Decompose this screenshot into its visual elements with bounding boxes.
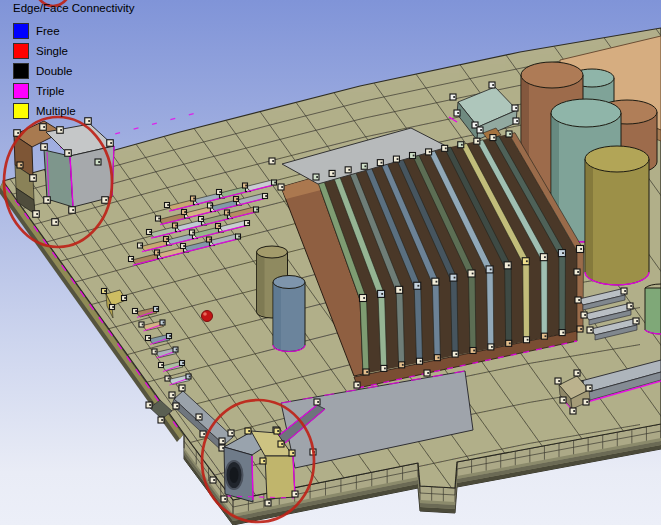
legend-items: FreeSingleDoubleTripleMultiple [13,21,134,121]
legend-item-double: Double [13,61,134,81]
legend-label: Multiple [36,105,76,117]
legend-item-multiple: Multiple [13,101,134,121]
legend-swatch-triple [13,83,29,99]
legend-swatch-double [13,63,29,79]
cylinder-blue-small [273,276,305,352]
legend: Edge/Face Connectivity FreeSingleDoubleT… [13,2,134,121]
legend-swatch-free [13,23,29,39]
legend-label: Double [36,65,72,77]
legend-item-free: Free [13,21,134,41]
legend-label: Free [36,25,60,37]
legend-item-single: Single [13,41,134,61]
legend-title: Edge/Face Connectivity [13,2,134,14]
legend-item-triple: Triple [13,81,134,101]
legend-label: Triple [36,85,64,97]
legend-label: Single [36,45,68,57]
cylinder-green-edge [645,284,661,334]
legend-swatch-single [13,43,29,59]
cylinder-olive-large [585,146,649,285]
viewport-3d[interactable]: Edge/Face Connectivity FreeSingleDoubleT… [0,0,661,525]
probe-point [202,311,213,322]
legend-swatch-multiple [13,103,29,119]
